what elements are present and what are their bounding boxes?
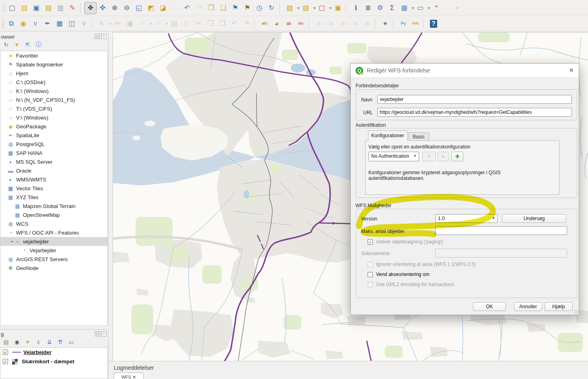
ignore-axis-checkbox[interactable] (368, 262, 373, 267)
browser-item-wcs[interactable]: ◍ WCS (0, 219, 107, 228)
log-tab-wfs[interactable]: WFS ✕ (114, 373, 144, 379)
paging-checkbox[interactable]: ✓ (368, 239, 373, 245)
cut-features-icon[interactable]: ✂ (192, 18, 204, 30)
add-virtual-layer-icon[interactable]: ◫ (66, 18, 78, 30)
remove-layer-icon[interactable]: ▭ (68, 338, 75, 346)
add-auth-button[interactable]: ✚ (451, 152, 463, 161)
deselect-icon[interactable]: ▢ (316, 2, 328, 14)
redo-icon[interactable]: ↷ (241, 18, 253, 30)
new-map-view-icon[interactable]: ❐ (205, 2, 217, 14)
browser-item-n-drive[interactable]: ▱ N:\ (N_VDF_CIFS01_FS) (0, 95, 107, 104)
browser-item-postgresql[interactable]: ◍ PostgreSQL (0, 140, 107, 148)
browser-item-spatiale-bogmaerker[interactable]: ⚑ Spatiale bogmærker (0, 60, 107, 69)
add-wfs-layer-icon[interactable]: V (78, 18, 90, 30)
statistics-icon[interactable]: ≣ (362, 2, 374, 14)
label-rotate-icon[interactable]: ab (349, 18, 361, 30)
browser-item-geonode[interactable]: ❋ GeoNode (0, 264, 107, 272)
filter-browser-icon[interactable]: ▼ (13, 41, 21, 48)
layer-row-vejarbejder[interactable]: ✓ Vejarbejder (0, 348, 107, 357)
browser-item-favoritter[interactable]: ★ Favoritter (0, 51, 107, 60)
browser-item-geopackage[interactable]: ◆ GeoPackage (0, 122, 107, 131)
add-raster-layer-icon[interactable]: ◉ (17, 18, 29, 30)
label-abc-icon[interactable]: abc (259, 18, 271, 30)
refresh-browser-icon[interactable]: ↻ (2, 41, 10, 48)
layer-checkbox[interactable]: ✓ (3, 359, 8, 364)
cancel-button[interactable]: Annuller (514, 302, 542, 311)
zoom-last-icon[interactable]: ↶ (181, 2, 193, 14)
new-3d-map-icon[interactable]: ❑ (217, 2, 229, 14)
browser-item-vector-tiles[interactable]: ▦ Vector Tiles (0, 184, 107, 193)
refresh-map-icon[interactable]: ↻ (265, 2, 278, 14)
digitize-line-icon[interactable]: ∕ (136, 18, 148, 30)
browser-item-c-drive[interactable]: ▱ C:\ (OSDisk) (0, 78, 107, 87)
zoom-native-icon[interactable]: 1:1 (169, 2, 181, 14)
measure-icon[interactable]: ▭ (414, 2, 426, 14)
dialog-close-icon[interactable]: ✕ (569, 67, 574, 74)
properties-info-icon[interactable]: ⓘ (35, 41, 42, 48)
label-mask-icon[interactable]: ab (313, 18, 325, 30)
label-abc-red-icon[interactable]: abc (295, 18, 307, 30)
filter-expression-icon[interactable]: ε (35, 338, 42, 346)
sum-statistics-icon[interactable]: Σ (386, 2, 398, 14)
browser-item-t-drive[interactable]: ▱ T:\ (VDS_CIFS) (0, 104, 107, 113)
new-project-icon[interactable]: ▢ (6, 2, 18, 14)
browser-item-v-drive[interactable]: ▱ V:\ (Windows) (0, 113, 107, 122)
current-edits-icon[interactable]: ✎ (96, 18, 108, 30)
zoom-next-icon[interactable]: ↷ (193, 2, 205, 14)
python-console-icon[interactable]: Py (397, 18, 409, 30)
version-dropdown[interactable]: 1.0 (435, 214, 498, 223)
copy-features-icon[interactable]: ❐ (204, 18, 216, 30)
processing-toolbox-icon[interactable]: ⚙ (374, 2, 386, 14)
collapse-all-icon[interactable]: ⇱ (24, 41, 31, 48)
map-tips-icon[interactable]: ❝ (430, 2, 442, 14)
modify-attributes-icon[interactable]: ▤ (168, 18, 180, 30)
temporal-controller-icon[interactable]: ◷ (253, 2, 265, 14)
new-bookmark-icon[interactable]: ⚑ (229, 2, 241, 14)
pan-map-icon[interactable]: ✥ (84, 2, 97, 14)
label-pin-icon[interactable]: ab (283, 18, 295, 30)
add-delimited-text-icon[interactable]: ✒ (41, 18, 53, 30)
collapse-all-layers-icon[interactable]: ⇈ (57, 338, 64, 346)
help-icon[interactable]: ? (428, 18, 440, 30)
identify-features-icon[interactable]: ℹ (350, 2, 362, 14)
undo-icon[interactable]: ↶ (228, 18, 241, 30)
remove-auth-button[interactable]: ━ (438, 152, 449, 161)
browser-item-oracle[interactable]: ▬ Oracle (0, 166, 107, 175)
layout-manager-icon[interactable]: ▥ (54, 2, 66, 14)
add-vector-layer-icon[interactable]: V (29, 18, 41, 30)
paste-features-icon[interactable]: ❒ (216, 18, 228, 30)
label-show-hide-icon[interactable]: ab (325, 18, 337, 30)
page-size-input[interactable] (435, 249, 567, 257)
save-edits-icon[interactable]: ▣ (124, 18, 136, 30)
pan-to-selection-icon[interactable]: ✜ (97, 2, 109, 14)
browser-item-wms[interactable]: ◐ WMS/WMTS (0, 175, 107, 184)
url-input[interactable]: https://geocloud.vd.dk/vejman-myndighed/… (377, 108, 572, 117)
map-themes-icon[interactable]: ◉ (13, 338, 21, 346)
toolbar-drag-handle[interactable] (2, 19, 4, 29)
browser-item-spatialite[interactable]: ✒ SpatiaLite (0, 131, 107, 140)
invert-axis-checkbox[interactable] (368, 272, 373, 277)
browser-item-vejarbejder-connection[interactable]: ▾ ⌁ vejarbejder (0, 237, 107, 246)
ok-button[interactable]: OK (473, 302, 506, 311)
browser-item-ms-sql[interactable]: ◗ MS SQL Server (0, 157, 107, 166)
show-bookmarks-icon[interactable]: ⚑ (241, 2, 253, 14)
detect-version-button[interactable]: Undersøg (502, 214, 566, 223)
expand-all-icon[interactable]: ⇊ (46, 338, 53, 346)
label-edit-icon[interactable]: ab (361, 18, 373, 30)
diagram-icon[interactable]: ◕ (271, 18, 283, 30)
browser-item-openstreetmap[interactable]: ▦ OpenStreetMap (0, 210, 107, 219)
tab-konfigurationer[interactable]: Konfigurationer (368, 130, 407, 141)
zoom-in-icon[interactable]: ⊕ (109, 2, 121, 14)
add-hana-layer-icon[interactable]: ▦ (53, 18, 66, 30)
layers-float-icon[interactable]: ◱ (95, 331, 100, 336)
style-manager-icon[interactable]: ✎ (66, 2, 78, 14)
delete-selected-icon[interactable]: ▯ (180, 18, 192, 30)
search-settings-icon[interactable]: ◌ (442, 2, 454, 14)
browser-item-hjem[interactable]: ⌂ Hjem (0, 69, 107, 78)
zoom-to-layer-icon[interactable]: ◪ (157, 2, 169, 14)
browser-item-mapzen[interactable]: ▦ Mapzen Global Terrain (0, 202, 107, 210)
browser-item-sap-hana[interactable]: ▦ SAP HANA (0, 148, 107, 157)
attribute-table-icon[interactable]: ▦ (398, 2, 410, 14)
label-move-icon[interactable]: ab (337, 18, 349, 30)
browser-item-xyz-tiles[interactable]: ▦ XYZ Tiles (0, 193, 107, 202)
